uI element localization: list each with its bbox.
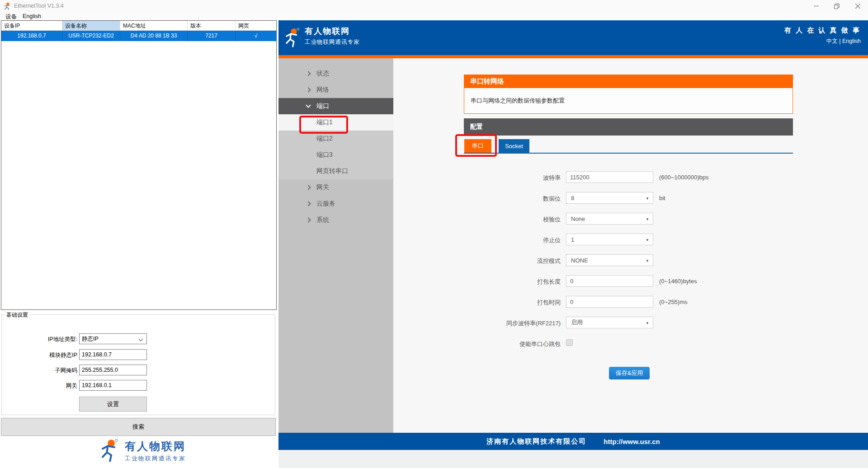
main-content: 串口转网络 串口与网络之间的数据传输参数配置 配置 串口 Socket 波特率 … [393,58,868,433]
sidebar-item-port[interactable]: 端口 [278,98,393,114]
ip-type-row: IP地址类型: 静态IP [2,333,275,344]
static-ip-row: 模块静态IP [2,349,275,360]
cell-version: 7217 [188,31,236,41]
sidebar-item-status[interactable]: 状态 [278,66,393,82]
sync-baud-label: 同步波特率(RF2217) [393,319,561,328]
baud-rate-label: 波特率 [393,174,561,182]
column-header-device-name[interactable]: 设备名称 [62,21,120,30]
column-header-version[interactable]: 版本 [188,21,236,30]
cell-device-ip: 192.168.0.7 [1,31,62,41]
heartbeat-checkbox[interactable] [566,339,573,346]
web-header-motto: 有 人 在 认 真 做 事 [784,26,861,35]
baud-rate-field[interactable] [566,171,653,183]
chevron-right-icon [306,71,311,76]
flow-control-select[interactable]: NONE ▼ [566,254,653,266]
stop-bits-select[interactable]: 1 ▼ [566,234,653,245]
basic-settings-group: 基础设置 IP地址类型: 静态IP 模块静态IP 子网掩码 网关 设置 [1,314,275,415]
column-header-device-ip[interactable]: 设备IP [1,21,62,30]
gateway-field[interactable] [79,380,147,391]
restore-icon[interactable] [826,0,847,12]
parity-label: 校验位 [393,215,561,224]
sidebar-item-system[interactable]: 系统 [278,212,393,228]
web-footer: 济南有人物联网技术有限公司 http://www.usr.cn [278,433,868,450]
page-description: 串口与网络之间的数据传输参数配置 [464,88,793,114]
web-header: 有人物联网 工业物联网通讯专家 有 人 在 认 真 做 事 中文 | Engli… [278,20,868,55]
basic-settings-title: 基础设置 [5,311,30,319]
sidebar-port-submenu: 端口1 端口2 端口3 网页转串口 [278,114,393,179]
flow-control-row: 流控模式 NONE ▼ [393,254,868,266]
gateway-label: 网关 [2,382,77,390]
close-icon[interactable] [847,0,868,12]
pack-length-hint: (0~1460)bytes [659,278,697,285]
baud-rate-hint: (600~1000000)bps [659,174,709,181]
pack-length-field[interactable] [566,275,653,287]
gateway-row: 网关 [2,380,275,391]
cell-webpage-check: √ [236,31,276,41]
sidebar-item-port2[interactable]: 端口2 [278,131,393,147]
chevron-right-icon [306,217,311,222]
sidebar-nav: 状态 网络 端口 端口1 端口2 端口3 [278,58,393,433]
search-button[interactable]: 搜索 [1,418,276,436]
heartbeat-row: 使能串口心跳包 [393,337,868,349]
footer-url-link[interactable]: http://www.usr.cn [604,438,660,445]
tab-socket[interactable]: Socket [499,139,529,153]
table-row-selected-device[interactable]: 192.168.0.7 USR-TCP232-ED2 D4 AD 20 88 1… [1,31,276,41]
app-icon [4,2,11,10]
data-bits-hint: bit [659,195,665,201]
sidebar-item-web-to-serial[interactable]: 网页转串口 [278,163,393,179]
chevron-right-icon [306,185,311,190]
device-table: 设备IP 设备名称 MAC地址 版本 网页 192.168.0.7 USR-TC… [1,20,277,310]
parity-row: 校验位 None ▼ [393,213,868,225]
data-bits-row: 数据位 8 ▼ bit [393,192,868,204]
page-title: 串口转网络 [464,75,793,88]
left-logo-text: 有人物联网 工业物联网通讯专家 [125,439,186,463]
subnet-field[interactable] [79,365,147,375]
device-webview: 有人物联网 工业物联网通讯专家 有 人 在 认 真 做 事 中文 | Engli… [278,20,868,468]
device-table-header: 设备IP 设备名称 MAC地址 版本 网页 [1,21,276,31]
sidebar-item-network[interactable]: 网络 [278,82,393,98]
header-accent-line [278,55,868,58]
data-bits-select[interactable]: 8 ▼ [566,192,653,204]
pack-time-hint: (0~255)ms [659,299,688,305]
footer-company: 济南有人物联网技术有限公司 [486,437,586,446]
menu-bar: 设备 English [0,12,868,20]
parity-select[interactable]: None ▼ [566,213,653,225]
minimize-icon[interactable] [806,0,826,12]
set-button[interactable]: 设置 [79,397,147,412]
sidebar-item-gateway[interactable]: 网关 [278,179,393,196]
sidebar-item-port3[interactable]: 端口3 [278,147,393,163]
stop-bits-label: 停止位 [393,236,561,244]
chevron-right-icon [306,201,311,206]
caret-down-icon: ▼ [646,321,649,325]
subnet-label: 子网掩码 [2,367,77,374]
menu-english[interactable]: English [20,13,44,20]
left-logo-brand: 有人物联网 [125,439,186,454]
cell-mac: D4 AD 20 88 1B 33 [120,31,188,41]
static-ip-label: 模块静态IP [2,351,77,359]
language-switch-link[interactable]: 中文 | English [826,37,861,45]
pack-time-row: 打包时间 (0~255)ms [393,296,868,308]
pack-time-field[interactable] [566,296,653,308]
tab-serial[interactable]: 串口 [464,139,491,153]
below-footer-strip [278,450,868,468]
config-section-header: 配置 [464,118,793,136]
ip-type-value: 静态IP [82,335,99,343]
web-header-brand: 有人物联网 [305,26,350,37]
column-header-mac[interactable]: MAC地址 [120,21,188,30]
chevron-down-icon [139,337,143,342]
sync-baud-select[interactable]: 启用 ▼ [566,317,653,328]
chevron-right-icon [306,87,311,92]
sidebar-item-port1[interactable]: 端口1 [278,114,393,131]
save-apply-button[interactable]: 保存&应用 [609,367,650,379]
cell-device-name: USR-TCP232-ED2 [62,31,120,41]
usr-logo-icon [100,439,121,463]
column-header-webpage[interactable]: 网页 [236,21,276,30]
static-ip-field[interactable] [79,349,147,360]
window-controls [806,0,868,12]
tab-underline [464,153,793,154]
pack-time-label: 打包时间 [393,299,561,307]
ip-type-select[interactable]: 静态IP [79,333,147,344]
ethernet-tool-window: EthernetTool V1.3.4 设备 English 设备IP 设备名称… [0,0,868,468]
caret-down-icon: ▼ [646,259,649,263]
sidebar-item-cloud[interactable]: 云服务 [278,196,393,212]
